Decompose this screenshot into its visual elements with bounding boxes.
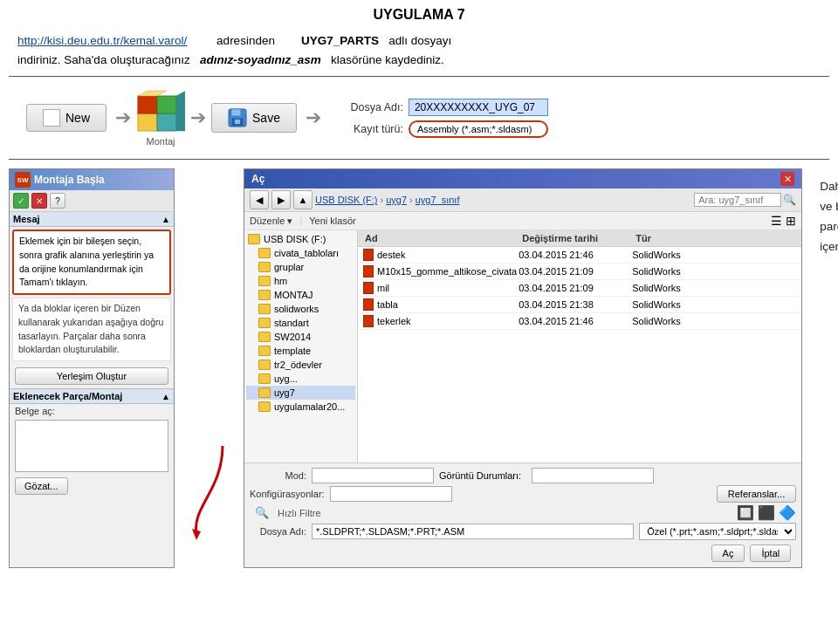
- list-item[interactable]: destek 03.04.2015 21:46 SolidWorks: [358, 247, 801, 264]
- col-ad: Ad: [361, 232, 519, 244]
- back-btn[interactable]: ◀: [250, 190, 269, 209]
- top-text-area: http://kisi.deu.edu.tr/kemal.varol/ adre…: [0, 26, 838, 72]
- new-button-block: New: [26, 104, 106, 132]
- filter-icon-2[interactable]: ⬛: [758, 504, 775, 521]
- folder-icon-uyg7: [258, 387, 271, 398]
- yerlesim-button[interactable]: Yerleşim Oluştur: [15, 367, 168, 385]
- tree-item-uyg7[interactable]: uyg7: [246, 386, 355, 400]
- dosya-turu-select[interactable]: Özel (*.prt;*.asm;*.sldprt;*.sldas: [639, 523, 796, 540]
- svg-marker-4: [138, 91, 167, 96]
- forward-btn[interactable]: ▶: [271, 190, 291, 209]
- svg-rect-3: [157, 96, 176, 113]
- tree-item-hm[interactable]: hm: [246, 274, 355, 288]
- goruntu-label: Görüntü Durumları:: [439, 470, 526, 481]
- section2-label: Eklenecek Parça/Montaj: [13, 391, 122, 401]
- right-text-panel: Daha önceden modellenmiş ve bir dosyada …: [813, 168, 838, 568]
- svg-marker-10: [192, 529, 201, 540]
- save-icon: [228, 108, 247, 127]
- montaj-cube-icon: [136, 89, 185, 134]
- folder-icon-template: [258, 346, 271, 356]
- file-type-value: Assembly (*.asm;*.sldasm): [409, 120, 548, 138]
- folder-icon-sw2014: [258, 332, 271, 342]
- dialog-search: 🔍: [694, 193, 796, 207]
- new-button[interactable]: New: [26, 104, 106, 132]
- tree-item-sw2014[interactable]: SW2014: [246, 330, 355, 344]
- tree-item-solidworks[interactable]: solidworks: [246, 302, 355, 316]
- folder-icon-civata: [258, 248, 271, 258]
- konfig-label: Konfigürasyonlar:: [250, 489, 325, 499]
- line1-end: adlı dosyayı: [388, 34, 451, 47]
- list-item[interactable]: M10x15_gomme_altikose_civata 03.04.2015 …: [358, 264, 801, 280]
- divider-1: [9, 76, 829, 77]
- view-detail-icon[interactable]: ⊞: [786, 214, 796, 228]
- mod-input[interactable]: [312, 468, 434, 483]
- up-btn[interactable]: ▲: [293, 190, 313, 209]
- col-tür: Tür: [632, 232, 711, 244]
- list-item[interactable]: mil 03.04.2015 21:09 SolidWorks: [358, 280, 801, 297]
- arrow-2: ➔: [190, 106, 206, 129]
- tree-item-standart[interactable]: standart: [246, 316, 355, 330]
- hizli-filtre-icon: 🔍: [255, 506, 269, 519]
- section2-collapse-icon[interactable]: ▲: [161, 392, 170, 401]
- file-icon-sw: [363, 249, 374, 261]
- page-header: UYGULAMA 7: [0, 0, 838, 26]
- svg-rect-1: [157, 113, 176, 131]
- mesaj-section-header: Mesaj ▲: [10, 212, 174, 227]
- filter-icon-1[interactable]: 🔲: [737, 504, 754, 521]
- gozat-button[interactable]: Gözat...: [15, 477, 68, 495]
- new-label: New: [65, 111, 90, 125]
- svg-marker-5: [176, 91, 185, 131]
- tree-item-usb[interactable]: USB DISK (F:): [246, 232, 355, 246]
- view-list-icon[interactable]: ☰: [771, 214, 782, 228]
- search-icon[interactable]: 🔍: [783, 194, 796, 206]
- file-name-cell: tabla: [361, 298, 519, 312]
- ac-button[interactable]: Aç: [711, 545, 745, 562]
- referanslar-button[interactable]: Referanslar...: [717, 485, 796, 503]
- url-link[interactable]: http://kisi.deu.edu.tr/kemal.varol/: [17, 34, 187, 47]
- tree-item-gruplar[interactable]: gruplar: [246, 260, 355, 274]
- filter-icon-3[interactable]: 🔷: [779, 504, 796, 521]
- hizli-filtre-label: Hızlı Filtre: [278, 508, 321, 518]
- iptal-button[interactable]: İptal: [750, 545, 791, 562]
- path-part-1[interactable]: USB DISK (F:): [315, 195, 378, 205]
- left-panel: SW Montaja Başla ✓ ✕ ? Mesaj ▲ Eklemek i…: [9, 168, 175, 568]
- save-button-block: Save: [211, 103, 297, 133]
- path-part-2[interactable]: uyg7: [386, 195, 407, 205]
- mesaj-collapse-icon[interactable]: ▲: [161, 215, 170, 224]
- bold-part: UYG7_PARTS: [301, 34, 379, 47]
- list-item[interactable]: tabla 03.04.2015 21:38 SolidWorks: [358, 297, 801, 313]
- col-date: Değiştirme tarihi: [519, 232, 632, 244]
- folder-icon-standart: [258, 318, 271, 328]
- tree-item-uygulamalar[interactable]: uygulamalar20...: [246, 400, 355, 414]
- green-check-btn[interactable]: ✓: [13, 193, 29, 209]
- dialog-close-btn[interactable]: ✕: [780, 172, 794, 186]
- folder-icon-gruplar: [258, 262, 271, 272]
- mesaj-label: Mesaj: [13, 214, 40, 224]
- list-item[interactable]: tekerlek 03.04.2015 21:46 SolidWorks: [358, 313, 801, 330]
- red-x-btn[interactable]: ✕: [31, 193, 47, 209]
- dosya-adi-input[interactable]: [312, 524, 634, 539]
- tree-item-uyg[interactable]: uyg...: [246, 372, 355, 386]
- file-type-row: Kayıt türü: Assembly (*.asm;*.sldasm): [344, 120, 548, 138]
- folder-icon-uyg: [258, 373, 271, 384]
- tree-item-montaj[interactable]: MONTAJ: [246, 288, 355, 302]
- duzenle-btn[interactable]: Düzenle ▾: [250, 216, 292, 227]
- goruntu-input[interactable]: [532, 468, 654, 483]
- red-arrow-icon: [188, 437, 231, 542]
- konfig-input[interactable]: [330, 486, 452, 502]
- tree-item-civata[interactable]: civata_tabloları: [246, 246, 355, 260]
- divider-2: [9, 159, 829, 160]
- save-button[interactable]: Save: [211, 103, 297, 133]
- search-input[interactable]: [694, 193, 781, 207]
- tree-item-tr2[interactable]: tr2_ödevler: [246, 358, 355, 372]
- help-btn[interactable]: ?: [50, 193, 65, 209]
- tree-item-template[interactable]: template: [246, 344, 355, 358]
- path-part-3[interactable]: uyg7_sınıf: [416, 195, 460, 205]
- folder-tree: USB DISK (F:) civata_tabloları gruplar h…: [244, 230, 358, 462]
- svg-rect-2: [138, 96, 157, 113]
- konfig-row: Konfigürasyonlar: Referanslar...: [250, 485, 796, 503]
- folder-icon-usb: [248, 234, 260, 244]
- mod-row: Mod: Görüntü Durumları:: [250, 468, 796, 483]
- line2-start: indiriniz. Saha'da oluşturacağınız: [17, 53, 190, 66]
- yeni-klasor-btn[interactable]: Yeni klasör: [309, 216, 355, 226]
